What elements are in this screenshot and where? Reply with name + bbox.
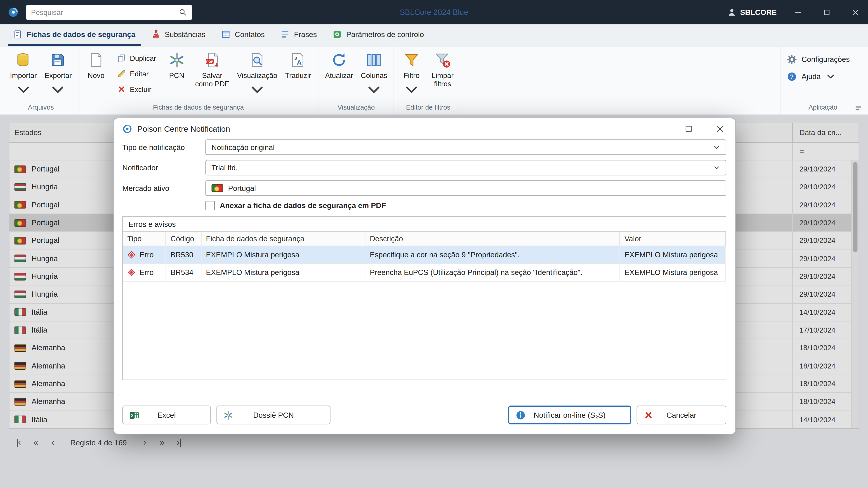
duplicate-icon bbox=[117, 54, 126, 63]
ribbon-button-configuracoes[interactable]: Configurações bbox=[783, 51, 862, 68]
cancel-x-icon bbox=[643, 410, 654, 420]
search-input[interactable] bbox=[31, 8, 178, 17]
notify-online-button-label: Notificar on-line (S₂S) bbox=[534, 411, 606, 419]
excel-button-label: Excel bbox=[158, 411, 176, 419]
chevron-down-icon bbox=[366, 81, 383, 98]
edit-pencil-icon bbox=[117, 69, 126, 78]
svg-text:?: ? bbox=[790, 73, 794, 80]
ribbon-button-filtro[interactable]: Filtro bbox=[398, 48, 426, 100]
error-diamond-icon bbox=[127, 251, 135, 259]
svg-text:X: X bbox=[131, 413, 133, 418]
search-icon[interactable] bbox=[178, 8, 187, 17]
button-label: Ajuda bbox=[802, 72, 821, 81]
attach-pdf-checkbox[interactable] bbox=[206, 201, 215, 210]
chevron-down-icon bbox=[713, 144, 720, 151]
error-row-BR530[interactable]: ErroBR530EXEMPLO Mistura perigosaEspecif… bbox=[123, 246, 726, 264]
tab-substancias[interactable]: Substâncias bbox=[146, 24, 210, 46]
app-logo-icon bbox=[8, 6, 19, 18]
ribbon-group-visualizacao: AtualizarColunasVisualização bbox=[318, 46, 395, 115]
flask-icon bbox=[151, 29, 161, 39]
user-label: SBLCORE bbox=[740, 8, 777, 17]
ribbon-group-label: Visualização bbox=[322, 102, 391, 115]
dossie-pcn-button[interactable]: Dossiê PCN bbox=[217, 405, 331, 424]
ribbon-button-salvar-como-pdf[interactable]: PDFSalvar como PDF bbox=[192, 48, 232, 90]
main-area: Estados Data da cri... = Portugal29/10/2… bbox=[0, 115, 868, 488]
error-type-cell: Erro bbox=[123, 264, 166, 281]
active-market-field[interactable]: Portugal bbox=[206, 180, 726, 196]
dialog-close-button[interactable] bbox=[715, 124, 725, 134]
tab-label: Contatos bbox=[235, 30, 265, 38]
app-title: SBLCore 2024 Blue bbox=[400, 8, 468, 17]
ribbon-button-duplicar[interactable]: Duplicar bbox=[114, 53, 158, 64]
search-box[interactable] bbox=[26, 5, 192, 20]
clear-filter-icon bbox=[434, 52, 451, 69]
ribbon-group-fichas-de-dados-de-seguranca: NovoDuplicarEditarExcluirPCNPDFSalvar co… bbox=[79, 46, 318, 115]
cancel-button-label: Cancelar bbox=[666, 411, 696, 419]
dialog-body: Tipo de notificação Notificação original… bbox=[122, 139, 726, 434]
ribbon-button-traduzir[interactable]: aATraduzir bbox=[282, 48, 315, 81]
tab-label: Frases bbox=[294, 30, 317, 38]
errors-column-tipo[interactable]: Tipo bbox=[123, 232, 166, 246]
ribbon-button-limpar-filtros[interactable]: Limpar filtros bbox=[427, 48, 459, 90]
help-icon: ? bbox=[786, 71, 797, 82]
notifier-value: Trial ltd. bbox=[212, 164, 238, 172]
mercado-flag-icon bbox=[212, 184, 223, 192]
error-type-cell: Erro bbox=[123, 246, 166, 263]
control-params-icon bbox=[332, 29, 342, 39]
tab-label: Parâmetros de controlo bbox=[346, 30, 424, 38]
chevron-down-icon bbox=[249, 81, 266, 98]
errors-column-descricao[interactable]: Descrição bbox=[365, 232, 620, 246]
button-label: Duplicar bbox=[130, 54, 156, 63]
errors-column-valor[interactable]: Valor bbox=[620, 232, 726, 246]
dossie-pcn-button-label: Dossiê PCN bbox=[253, 411, 294, 419]
info-icon bbox=[515, 410, 526, 420]
ribbon-button-ajuda[interactable]: ?Ajuda bbox=[783, 68, 862, 85]
dialog-maximize-button[interactable] bbox=[684, 124, 693, 134]
errors-column-codigo[interactable]: Código bbox=[166, 232, 202, 246]
tab-frases[interactable]: Frases bbox=[275, 24, 322, 46]
user-area[interactable]: SBLCORE bbox=[727, 7, 776, 17]
cancel-button[interactable]: Cancelar bbox=[637, 405, 726, 424]
ribbon-button-atualizar[interactable]: Atualizar bbox=[322, 48, 356, 81]
button-label: PCN bbox=[169, 72, 184, 80]
ribbon-button-novo[interactable]: Novo bbox=[82, 48, 110, 81]
error-row-BR534[interactable]: ErroBR534EXEMPLO Mistura perigosaPreench… bbox=[123, 264, 726, 282]
close-button[interactable] bbox=[851, 7, 860, 17]
ribbon-button-importar[interactable]: Importar bbox=[6, 48, 40, 100]
tab-label: Fichas de dados de segurança bbox=[27, 30, 135, 38]
active-market-label: Mercado ativo bbox=[122, 184, 205, 192]
ribbon-tabs: Fichas de dados de segurançaSubstânciasC… bbox=[0, 24, 868, 46]
maximize-button[interactable] bbox=[822, 7, 832, 17]
notifier-select[interactable]: Trial ltd. bbox=[206, 160, 726, 175]
ribbon-button-editar[interactable]: Editar bbox=[114, 69, 158, 79]
ribbon-button-excluir[interactable]: Excluir bbox=[114, 84, 158, 95]
notification-type-label: Tipo de notificação bbox=[122, 143, 205, 151]
button-label: Visualização bbox=[237, 72, 277, 80]
errors-table-rows: ErroBR530EXEMPLO Mistura perigosaEspecif… bbox=[123, 246, 726, 282]
ribbon-app-group: Configurações?AjudaAplicação bbox=[780, 46, 865, 115]
errors-column-ficha-de-dados-de-seguranca[interactable]: Ficha de dados de segurança bbox=[202, 232, 365, 246]
error-value-cell: EXEMPLO Mistura perigosa bbox=[620, 246, 726, 263]
ribbon-button-visualizacao[interactable]: Visualização bbox=[234, 48, 281, 100]
tab-label: Substâncias bbox=[165, 30, 206, 38]
notifier-label: Notificador bbox=[122, 164, 205, 172]
ribbon-button-colunas[interactable]: Colunas bbox=[358, 48, 391, 100]
error-diamond-icon bbox=[127, 268, 135, 277]
excel-button[interactable]: X Excel bbox=[122, 405, 211, 424]
button-label: Excluir bbox=[130, 85, 151, 94]
minimize-button[interactable] bbox=[793, 7, 803, 17]
notification-type-select[interactable]: Notificação original bbox=[206, 139, 726, 155]
window-controls bbox=[793, 7, 860, 17]
tab-fichas-de-dados-de-seguranca[interactable]: Fichas de dados de segurança bbox=[8, 24, 141, 46]
new-document-icon bbox=[88, 52, 105, 69]
error-sds-cell: EXEMPLO Mistura perigosa bbox=[202, 246, 365, 263]
svg-text:A: A bbox=[297, 59, 302, 66]
notify-online-button[interactable]: Notificar on-line (S₂S) bbox=[508, 405, 631, 424]
button-label: Atualizar bbox=[325, 72, 353, 80]
ribbon-button-exportar[interactable]: Exportar bbox=[41, 48, 75, 100]
import-database-icon bbox=[15, 52, 32, 69]
ribbon-button-pcn[interactable]: PCN bbox=[163, 48, 191, 81]
tab-contatos[interactable]: Contatos bbox=[216, 24, 270, 46]
app-window: SBLCore 2024 Blue SBLCORE Fichas de dado… bbox=[0, 0, 868, 488]
tab-parametros-de-controlo[interactable]: Parâmetros de controlo bbox=[327, 24, 429, 46]
